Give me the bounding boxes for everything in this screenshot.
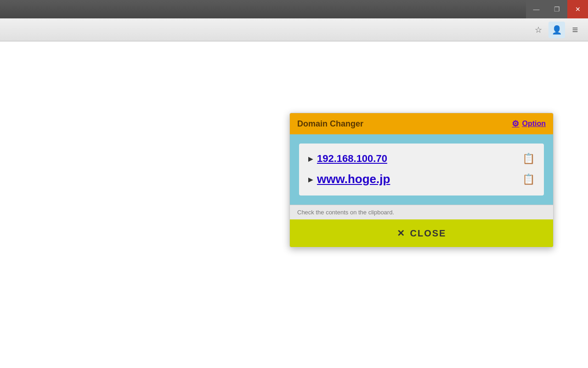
popup-title: Domain Changer [297, 119, 363, 129]
domain-link-1[interactable]: 192.168.100.70 [317, 153, 387, 165]
nav-bar: ☆ 👤 ≡ [0, 18, 588, 41]
domain-link-2[interactable]: www.hoge.jp [317, 172, 390, 186]
copy-button-1[interactable]: 📋 [522, 153, 535, 165]
minimize-button[interactable]: — [526, 0, 547, 18]
menu-button[interactable]: ≡ [567, 22, 583, 38]
window-controls: — ❐ ✕ [526, 0, 588, 18]
person-icon: 👤 [552, 25, 562, 35]
maximize-button[interactable]: ❐ [547, 0, 567, 18]
title-bar: — ❐ ✕ [0, 0, 588, 18]
link-row-2: ▶ www.hoge.jp 📋 [308, 172, 535, 186]
browser-content: Domain Changer ⚙ Option ▶ 192.168.100.70… [0, 41, 588, 368]
arrow-icon-2: ▶ [308, 176, 313, 183]
popup-header: Domain Changer ⚙ Option [290, 113, 553, 134]
extension-person-button[interactable]: 👤 [548, 22, 565, 38]
links-container: ▶ 192.168.100.70 📋 ▶ www.hoge.jp 📋 [299, 144, 544, 196]
bookmark-star-button[interactable]: ☆ [530, 22, 547, 38]
menu-icon: ≡ [572, 24, 578, 36]
star-icon: ☆ [535, 25, 542, 35]
popup-status: Check the contents on the clipboard. [290, 205, 553, 219]
link-row-2-left: ▶ www.hoge.jp [308, 172, 390, 186]
gear-icon: ⚙ [512, 119, 519, 129]
browser-chrome: — ❐ ✕ ☆ 👤 ≡ [0, 0, 588, 41]
close-button[interactable]: ✕ CLOSE [290, 219, 553, 247]
arrow-icon-1: ▶ [308, 155, 313, 162]
copy-button-2[interactable]: 📋 [522, 173, 535, 185]
close-x-icon: ✕ [397, 228, 406, 239]
link-row-1-left: ▶ 192.168.100.70 [308, 153, 387, 165]
status-text: Check the contents on the clipboard. [297, 209, 394, 216]
option-link[interactable]: ⚙ Option [512, 119, 546, 129]
close-label: CLOSE [410, 228, 447, 239]
domain-changer-popup: Domain Changer ⚙ Option ▶ 192.168.100.70… [289, 113, 554, 247]
window-close-button[interactable]: ✕ [567, 0, 588, 18]
toolbar-icons: ☆ 👤 ≡ [530, 22, 583, 38]
option-label: Option [522, 120, 546, 128]
link-row-1: ▶ 192.168.100.70 📋 [308, 153, 535, 165]
popup-body: ▶ 192.168.100.70 📋 ▶ www.hoge.jp 📋 [290, 134, 553, 205]
